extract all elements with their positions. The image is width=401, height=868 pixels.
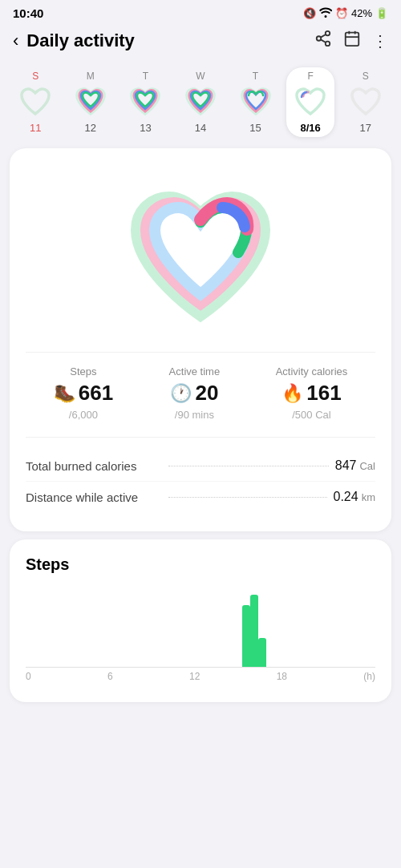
cal-day-wed[interactable]: W 14	[176, 71, 225, 134]
chart-bar-slot-47	[368, 587, 375, 667]
chart-bar-slot-5	[62, 587, 69, 667]
cal-date-wed: 14	[195, 122, 206, 134]
chart-bar-slot-16	[141, 587, 148, 667]
info-unit-distance: km	[362, 491, 375, 503]
info-unit-calories: Cal	[359, 460, 375, 472]
stats-row: Steps 🥾 661 /6,000 Active time 🕐 20 /90 …	[26, 352, 375, 421]
cal-day-thu[interactable]: T 15	[232, 71, 280, 134]
chart-bar-slot-22	[184, 587, 192, 667]
chart-bar-slot-3	[47, 587, 55, 667]
svg-line-3	[321, 39, 326, 42]
chart-bar-slot-19	[163, 587, 170, 667]
chart-x-axis: 0 6 12 18 (h)	[26, 668, 375, 682]
chart-bar-slot-10	[98, 587, 105, 667]
chart-bar-slot-29	[235, 587, 242, 667]
info-value-calories: 847	[335, 458, 357, 473]
chart-bar-slot-6	[69, 587, 76, 667]
cal-day-mon[interactable]: M 12	[67, 71, 115, 134]
chart-bar-slot-41	[325, 587, 332, 667]
chart-bar-slot-30	[242, 587, 250, 667]
heart-ring-svg	[116, 172, 285, 333]
chart-bar-slot-17	[148, 587, 156, 667]
stat-value-steps: 🥾 661	[54, 381, 113, 406]
stat-label-active: Active time	[169, 365, 221, 377]
stat-goal-cal: /500 Cal	[292, 409, 330, 421]
cal-date-sun: 11	[30, 122, 41, 134]
cal-heart-thu	[237, 83, 274, 120]
share-button[interactable]	[314, 30, 332, 51]
battery-text: 42%	[351, 7, 372, 19]
calendar-button[interactable]	[343, 30, 361, 51]
chart-bar-slot-28	[228, 587, 235, 667]
info-value-distance: 0.24	[334, 490, 358, 504]
chart-bar-slot-39	[310, 587, 318, 667]
steps-icon: 🥾	[54, 383, 75, 404]
chart-bar-slot-11	[105, 587, 112, 667]
header-actions: ⋮	[314, 30, 388, 51]
chart-bar-slot-37	[296, 587, 303, 667]
x-label-h: (h)	[363, 671, 375, 682]
cal-day-name-wed: W	[196, 71, 205, 82]
chart-bar-slot-4	[55, 587, 62, 667]
chart-bar-slot-13	[119, 587, 127, 667]
active-number: 20	[195, 381, 218, 406]
steps-chart-card: Steps 0 6 12 18 (h)	[10, 539, 391, 702]
chart-bar-slot-35	[282, 587, 289, 667]
status-bar: 10:40 🔇 ⏰ 42% 🔋	[0, 0, 401, 23]
chart-bar-slot-44	[346, 587, 354, 667]
cal-day-sun[interactable]: S 11	[11, 71, 59, 134]
chart-bar-slot-21	[177, 587, 184, 667]
cal-date-fri: 8/16	[300, 122, 320, 134]
battery-icon: 🔋	[375, 7, 388, 19]
x-label-12: 12	[189, 671, 200, 682]
chart-bar-slot-26	[213, 587, 221, 667]
chart-bar-slot-43	[339, 587, 346, 667]
chart-bar-slot-14	[127, 587, 134, 667]
svg-point-0	[326, 31, 330, 36]
chart-bar-slot-38	[303, 587, 310, 667]
chart-bar-slot-8	[83, 587, 91, 667]
cal-number: 161	[306, 381, 341, 406]
cal-heart-wed	[182, 83, 219, 120]
svg-point-2	[326, 42, 330, 46]
activity-card: Steps 🥾 661 /6,000 Active time 🕐 20 /90 …	[10, 148, 391, 531]
chart-bar-slot-31	[250, 587, 258, 667]
wifi-icon	[319, 6, 332, 20]
cal-heart-tue	[127, 83, 164, 120]
svg-rect-5	[346, 33, 359, 46]
page-title: Daily activity	[26, 30, 314, 51]
stat-active-time: Active time 🕐 20 /90 mins	[169, 365, 221, 421]
steps-number: 661	[79, 381, 113, 406]
chart-bar-slot-7	[76, 587, 83, 667]
chart-bar-30	[242, 605, 250, 667]
steps-chart-title: Steps	[26, 555, 375, 574]
info-dots-calories	[168, 466, 329, 466]
info-row-distance: Distance while active 0.24 km	[26, 481, 375, 512]
info-label-calories: Total burned calories	[26, 459, 162, 473]
more-button[interactable]: ⋮	[372, 31, 388, 50]
cal-day-name-fri: F	[307, 71, 313, 82]
chart-bar-slot-42	[332, 587, 339, 667]
chart-bar-slot-12	[112, 587, 119, 667]
active-icon: 🕐	[170, 383, 192, 404]
chart-bar-slot-23	[192, 587, 199, 667]
cal-date-sat: 17	[359, 122, 371, 134]
chart-bar-slot-25	[206, 587, 213, 667]
cal-heart-sat	[347, 83, 384, 120]
cal-day-name-sat: S	[363, 71, 369, 82]
stat-goal-steps: /6,000	[69, 409, 98, 421]
cal-day-tue[interactable]: T 13	[121, 71, 169, 134]
status-time: 10:40	[13, 6, 43, 20]
back-button[interactable]: ‹	[13, 30, 18, 51]
cal-day-name-sun: S	[32, 71, 38, 82]
chart-bar-slot-20	[170, 587, 177, 667]
cal-day-fri[interactable]: F 8/16	[286, 67, 334, 137]
chart-bars-container	[26, 587, 375, 667]
chart-bar-slot-45	[354, 587, 361, 667]
cal-day-sat[interactable]: S 17	[342, 71, 390, 134]
cal-day-name-thu: T	[253, 71, 258, 82]
cal-day-name-mon: M	[87, 71, 95, 82]
chart-bar-slot-34	[273, 587, 281, 667]
chart-bar-slot-18	[156, 587, 163, 667]
svg-point-1	[317, 36, 322, 41]
